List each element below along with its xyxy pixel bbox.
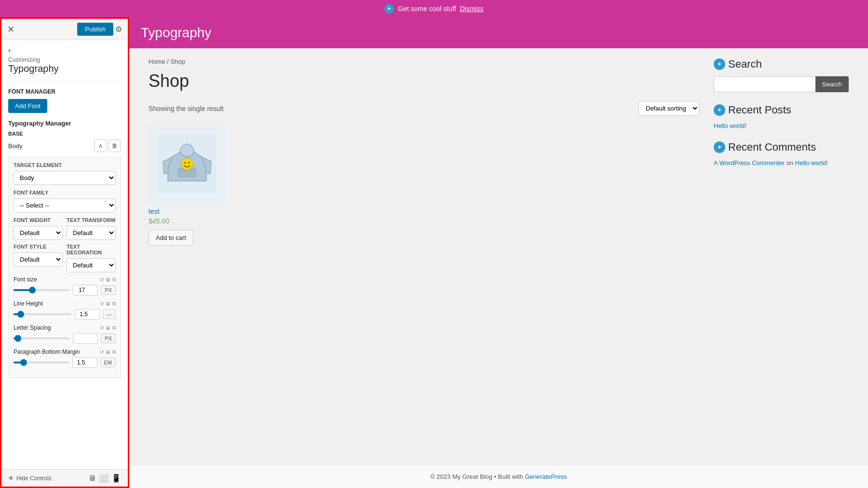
body-row: Body ∧ 🗑	[8, 139, 121, 152]
tablet-button[interactable]: ⬜	[99, 474, 108, 483]
line-height-control: Line Height ↺ 🖥 ⧉ 1.5 —	[14, 300, 116, 320]
hide-controls-label: Hide Controls	[16, 475, 52, 482]
letter-spacing-desktop[interactable]: 🖥	[106, 325, 110, 331]
recent-comments-icon: ✦	[714, 141, 725, 153]
customizer-sidebar: ✕ Publish ⚙ ‹ Customizing Typography Fon…	[0, 17, 129, 488]
footer-link[interactable]: GeneratePress	[525, 473, 567, 480]
line-height-desktop[interactable]: 🖥	[106, 301, 110, 307]
shop-main: Home / Shop Shop Showing the single resu…	[149, 58, 699, 455]
hide-controls-button[interactable]: 👁 Hide Controls	[8, 475, 52, 482]
letter-spacing-unit[interactable]: PX	[101, 334, 116, 343]
recent-post-link[interactable]: Hello world!	[714, 122, 849, 129]
paragraph-margin-label: Paragraph Bottom Margin	[14, 349, 80, 355]
comment-post-link[interactable]: Hello world!	[795, 159, 828, 167]
line-height-label-row: Line Height ↺ 🖥 ⧉	[14, 300, 116, 307]
line-height-unit[interactable]: —	[103, 309, 116, 319]
breadcrumb-sep: /	[167, 58, 170, 65]
search-button[interactable]: Search	[815, 76, 849, 92]
paragraph-margin-input[interactable]: 1.5	[72, 357, 97, 368]
lightning-icon: ✦	[384, 4, 394, 14]
letter-spacing-reset[interactable]: ↺	[100, 325, 104, 331]
delete-button[interactable]: 🗑	[108, 139, 121, 152]
font-manager-title: Font Manager	[8, 88, 121, 95]
sort-select[interactable]: Default sorting	[638, 101, 699, 116]
paragraph-margin-label-row: Paragraph Bottom Margin ↺ 🖥 ⧉	[14, 349, 116, 355]
breadcrumb-home[interactable]: Home	[149, 58, 165, 65]
paragraph-margin-desktop[interactable]: 🖥	[106, 349, 110, 355]
recent-comments-widget: ✦ Recent Comments A WordPress Commenter …	[714, 141, 849, 167]
search-widget-icon: ✦	[714, 58, 725, 70]
recent-comments-title: ✦ Recent Comments	[714, 141, 849, 153]
product-image	[149, 125, 226, 203]
showing-results: Showing the single result	[149, 105, 224, 112]
shop-title: Shop	[149, 71, 699, 91]
product-name[interactable]: test	[149, 208, 235, 215]
font-size-label-row: Font size ↺ 🖥 ⧉	[14, 276, 116, 283]
search-input[interactable]	[714, 76, 815, 92]
target-element-select[interactable]: Body	[14, 171, 116, 185]
paragraph-margin-reset[interactable]: ↺	[100, 349, 104, 355]
product-card: test $45.00 Add to cart	[149, 125, 235, 246]
letter-spacing-copy[interactable]: ⧉	[112, 325, 116, 331]
shop-toolbar: Showing the single result Default sortin…	[149, 101, 699, 116]
text-decoration-select[interactable]: Default	[67, 258, 116, 272]
paragraph-margin-copy[interactable]: ⧉	[112, 349, 116, 355]
paragraph-margin-slider[interactable]	[14, 362, 69, 363]
customizing-title: Typography	[8, 63, 121, 74]
commenter-on: on	[787, 159, 795, 167]
publish-button[interactable]: Publish	[77, 23, 113, 36]
font-style-label: FONT STYLE	[14, 244, 63, 250]
typography-manager-title: Typography Manager	[8, 120, 121, 127]
line-height-input[interactable]: 1.5	[75, 309, 100, 320]
font-weight-select[interactable]: Default	[14, 226, 63, 240]
font-size-copy[interactable]: ⧉	[112, 277, 116, 282]
collapse-button[interactable]: ∧	[94, 139, 107, 152]
font-weight-label: FONT WEIGHT	[14, 217, 63, 223]
letter-spacing-slider[interactable]	[14, 337, 70, 339]
search-title-text: Search	[728, 58, 762, 70]
text-transform-label: TEXT TRANSFORM	[67, 217, 116, 223]
product-grid: test $45.00 Add to cart	[149, 125, 699, 246]
font-size-desktop[interactable]: 🖥	[106, 277, 110, 282]
font-size-input[interactable]: 17	[73, 285, 98, 295]
line-height-reset[interactable]: ↺	[100, 301, 104, 307]
letter-spacing-label-row: Letter Spacing ↺ 🖥 ⧉	[14, 324, 116, 331]
dismiss-link[interactable]: Dismiss	[460, 5, 484, 13]
add-font-button[interactable]: Add Font	[8, 99, 47, 113]
text-transform-select[interactable]: Default	[67, 226, 116, 240]
line-height-copy[interactable]: ⧉	[112, 301, 116, 307]
font-size-reset[interactable]: ↺	[100, 277, 104, 282]
notification-bar: ✦ Get some cool stuff Dismiss	[0, 0, 868, 17]
line-height-input-row: 1.5 —	[14, 309, 116, 320]
font-style-select[interactable]: Default	[14, 252, 63, 266]
back-button[interactable]: ‹	[8, 46, 11, 55]
svg-point-2	[181, 158, 193, 170]
site-header-partial: Typography	[129, 17, 868, 48]
add-to-cart-button[interactable]: Add to cart	[149, 230, 193, 246]
paragraph-margin-unit[interactable]: EM	[100, 358, 116, 367]
site-title-partial: Typography	[141, 25, 211, 40]
letter-spacing-icons: ↺ 🖥 ⧉	[100, 325, 116, 331]
font-size-slider[interactable]	[14, 289, 70, 291]
recent-posts-title-text: Recent Posts	[728, 104, 791, 116]
svg-point-3	[185, 162, 186, 164]
font-weight-group: FONT WEIGHT Default	[14, 217, 63, 240]
close-button[interactable]: ✕	[7, 24, 14, 35]
line-height-icons: ↺ 🖥 ⧉	[100, 301, 116, 307]
search-widget-title: ✦ Search	[714, 58, 849, 70]
font-family-select[interactable]: -- Select --	[14, 198, 116, 212]
letter-spacing-input[interactable]	[73, 333, 98, 344]
shop-sidebar: ✦ Search Search ✦ Recent Posts Hello wor…	[714, 58, 849, 455]
mobile-button[interactable]: 📱	[111, 474, 121, 483]
body-label: Body	[8, 142, 23, 150]
font-size-unit[interactable]: PX	[101, 285, 116, 295]
commenter-link[interactable]: A WordPress Commenter	[714, 159, 785, 167]
letter-spacing-input-row: PX	[14, 333, 116, 344]
breadcrumb: Home / Shop	[149, 58, 699, 65]
search-form: Search	[714, 76, 849, 92]
desktop-button[interactable]: 🖥	[88, 474, 96, 483]
font-family-label: FONT FAMILY	[14, 190, 116, 195]
recent-comments-title-text: Recent Comments	[728, 141, 816, 153]
gear-button[interactable]: ⚙	[115, 25, 122, 34]
line-height-slider[interactable]	[14, 313, 72, 315]
